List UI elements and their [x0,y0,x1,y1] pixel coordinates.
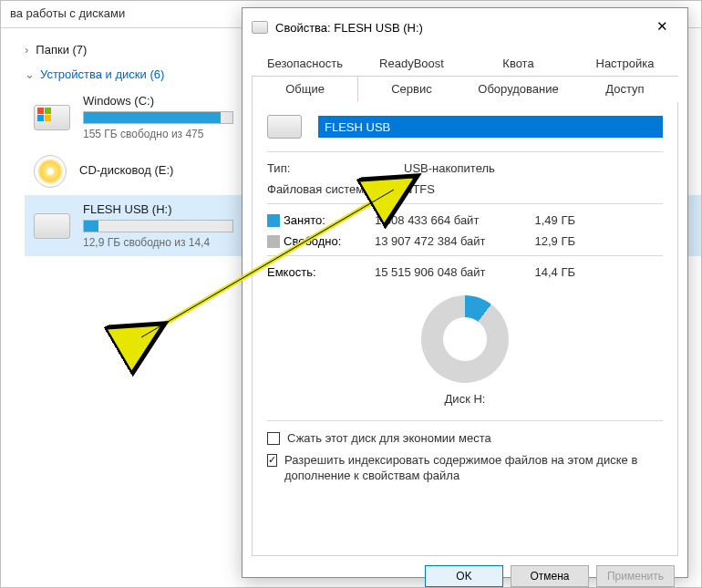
capacity-bytes: 15 515 906 048 байт [375,265,511,279]
free-label: Свободно: [284,234,375,248]
tab-tools[interactable]: Сервис [358,77,465,102]
used-label: Занято: [284,213,375,227]
tab-security[interactable]: Безопасность [252,50,358,76]
tab-quota[interactable]: Квота [465,50,572,76]
used-gb: 1,49 ГБ [511,213,575,227]
drive-usage-bar [83,220,233,232]
tab-customize[interactable]: Настройка [572,50,678,76]
free-bytes: 13 907 472 384 байт [375,234,511,248]
index-checkbox[interactable] [267,454,277,467]
index-label: Разрешить индексировать содержимое файло… [284,452,663,484]
capacity-label: Емкость: [267,265,375,279]
hdd-icon [34,105,70,130]
free-color-swatch [267,235,280,248]
filesystem-value: NTFS [404,182,435,196]
close-button[interactable]: ✕ [645,15,678,39]
compress-label: Сжать этот диск для экономии места [287,430,491,447]
cd-icon [34,155,67,188]
free-gb: 12,9 ГБ [511,234,575,248]
properties-dialog: Свойства: FLESH USB (H:) ✕ Безопасность … [242,7,688,578]
tab-sharing[interactable]: Доступ [572,77,678,102]
usage-pie-chart [421,295,509,383]
drive-usage-bar [83,111,233,124]
ok-button[interactable]: OK [425,565,503,587]
tab-readyboost[interactable]: ReadyBoost [358,50,465,76]
tab-general[interactable]: Общие [252,77,358,102]
used-color-swatch [267,214,280,227]
type-value: USB-накопитель [404,161,495,175]
drive-icon-large [267,115,302,139]
dialog-title: Свойства: FLESH USB (H:) [275,21,638,35]
drive-mini-icon [252,21,268,34]
volume-name-input[interactable] [318,116,663,138]
compress-checkbox[interactable] [267,432,280,445]
type-label: Тип: [267,161,404,175]
apply-button[interactable]: Применить [596,565,675,587]
tab-bar: Безопасность ReadyBoost Квота Настройка … [252,50,678,102]
filesystem-label: Файловая система: [267,182,404,196]
usb-icon [34,213,70,239]
titlebar[interactable]: Свойства: FLESH USB (H:) ✕ [243,8,687,46]
disk-label: Диск H: [267,392,663,406]
tab-hardware[interactable]: Оборудование [465,77,572,102]
cancel-button[interactable]: Отмена [511,565,589,587]
capacity-gb: 14,4 ГБ [511,265,575,279]
tab-general-content: Тип: USB-накопитель Файловая система: NT… [252,102,678,556]
used-bytes: 1 608 433 664 байт [375,213,511,227]
